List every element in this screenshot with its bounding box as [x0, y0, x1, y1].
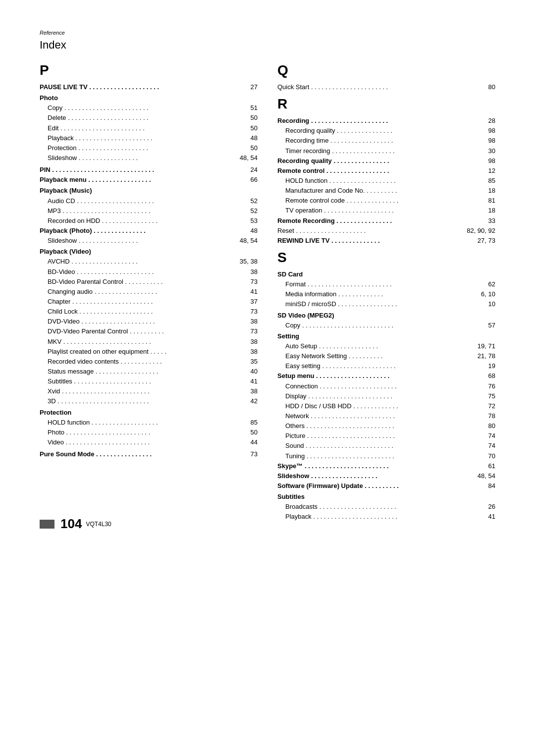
entry-sd-video-copy: Copy . . . . . . . . . . . . . . . . . .… [285, 321, 495, 330]
entry-protection-hold: HOLD function . . . . . . . . . . . . . … [48, 418, 258, 428]
entry-timer-recording: Timer recording . . . . . . . . . . . . … [285, 146, 495, 156]
entry-pause-live-tv: PAUSE LIVE TV . . . . . . . . . . . . . … [40, 82, 258, 92]
entry-recording-quality-bold: Recording quality . . . . . . . . . . . … [277, 156, 495, 166]
entry-chapter: Chapter . . . . . . . . . . . . . . . . … [48, 297, 258, 307]
entry-remote-recording: Remote Recording . . . . . . . . . . . .… [277, 216, 495, 226]
entry-pure-sound: Pure Sound Mode . . . . . . . . . . . . … [40, 449, 258, 459]
category-playback-music: Playback (Music) [40, 186, 258, 196]
entry-status-message: Status message . . . . . . . . . . . . .… [48, 367, 258, 377]
entry-protection-photo: Photo . . . . . . . . . . . . . . . . . … [48, 428, 258, 437]
entry-photo-playback: Playback . . . . . . . . . . . . . . . .… [48, 133, 258, 143]
entry-setup-menu: Setup menu . . . . . . . . . . . . . . .… [277, 371, 495, 381]
index-title: Index [40, 39, 495, 52]
category-photo: Photo [40, 93, 258, 103]
entry-playback-menu: Playback menu . . . . . . . . . . . . . … [40, 175, 258, 185]
entry-page: 27 [251, 82, 258, 92]
entry-picture: Picture . . . . . . . . . . . . . . . . … [285, 431, 495, 441]
entry-pin: PIN . . . . . . . . . . . . . . . . . . … [40, 165, 258, 175]
entry-media-information: Media information . . . . . . . . . . . … [285, 289, 495, 299]
remote-control-entries: HOLD function . . . . . . . . . . . . . … [277, 176, 495, 216]
playback-music-entries: Audio CD . . . . . . . . . . . . . . . .… [40, 196, 258, 226]
recording-entries: Recording quality . . . . . . . . . . . … [277, 126, 495, 156]
entry-playback-photo-slideshow: Slideshow . . . . . . . . . . . . . . . … [48, 236, 258, 246]
letter-s: S [277, 250, 495, 266]
entry-quick-start: Quick Start . . . . . . . . . . . . . . … [277, 82, 495, 92]
left-column: P PAUSE LIVE TV . . . . . . . . . . . . … [40, 60, 258, 522]
entry-playlist-other: Playlist created on other equipment . . … [48, 347, 258, 357]
category-playback-video: Playback (Video) [40, 247, 258, 257]
entry-photo-edit: Edit . . . . . . . . . . . . . . . . . .… [48, 123, 258, 133]
entry-hdd-disc-usb: HDD / Disc / USB HDD . . . . . . . . . .… [285, 401, 495, 411]
entry-xvid: Xvid . . . . . . . . . . . . . . . . . .… [48, 386, 258, 396]
entry-rc-hold: HOLD function . . . . . . . . . . . . . … [285, 176, 495, 186]
entry-label: PAUSE LIVE TV . . . . . . . . . . . . . … [40, 82, 159, 92]
entry-skype: Skype™ . . . . . . . . . . . . . . . . .… [277, 461, 495, 471]
setting-entries: Auto Setup . . . . . . . . . . . . . . .… [277, 341, 495, 371]
entry-subtitles: Subtitles . . . . . . . . . . . . . . . … [48, 377, 258, 386]
entry-bd-video-parental: BD-Video Parental Control . . . . . . . … [48, 277, 258, 287]
letter-q: Q [277, 62, 495, 78]
entry-mp3: MP3 . . . . . . . . . . . . . . . . . . … [48, 206, 258, 216]
entry-dvd-video: DVD-Video . . . . . . . . . . . . . . . … [48, 317, 258, 326]
entry-rc-tv-operation: TV operation . . . . . . . . . . . . . .… [285, 206, 495, 216]
entry-protection-video: Video . . . . . . . . . . . . . . . . . … [48, 437, 258, 447]
reference-label: Reference [40, 30, 495, 36]
entry-rc-code: Remote control code . . . . . . . . . . … [285, 196, 495, 206]
entry-avchd: AVCHD . . . . . . . . . . . . . . . . . … [48, 257, 258, 267]
category-sd-card: SD Card [277, 270, 495, 279]
playback-photo-entries: Slideshow . . . . . . . . . . . . . . . … [40, 236, 258, 246]
letter-p: P [40, 62, 258, 78]
entry-recorded-on-hdd: Recorded on HDD . . . . . . . . . . . . … [48, 216, 258, 226]
sd-video-entries: Copy . . . . . . . . . . . . . . . . . .… [277, 321, 495, 330]
entry-display: Display . . . . . . . . . . . . . . . . … [285, 391, 495, 401]
entry-photo-protection: Protection . . . . . . . . . . . . . . .… [48, 143, 258, 153]
entry-reset: Reset . . . . . . . . . . . . . . . . . … [277, 226, 495, 236]
entry-easy-network: Easy Network Setting . . . . . . . . . .… [285, 351, 495, 361]
entry-child-lock: Child Lock . . . . . . . . . . . . . . .… [48, 307, 258, 317]
category-subtitles: Subtitles [277, 492, 495, 502]
letter-r: R [277, 96, 495, 112]
entry-recording-quality: Recording quality . . . . . . . . . . . … [285, 126, 495, 136]
category-sd-video: SD Video (MPEG2) [277, 311, 495, 321]
entry-audio-cd: Audio CD . . . . . . . . . . . . . . . .… [48, 196, 258, 206]
entry-sd-format: Format . . . . . . . . . . . . . . . . .… [285, 279, 495, 289]
entry-rc-manufacturer: Manufacturer and Code No. . . . . . . . … [285, 186, 495, 196]
entry-network: Network . . . . . . . . . . . . . . . . … [285, 411, 495, 421]
entry-remote-control: Remote control . . . . . . . . . . . . .… [277, 166, 495, 176]
entry-slideshow: Slideshow . . . . . . . . . . . . . . . … [277, 471, 495, 481]
protection-entries: HOLD function . . . . . . . . . . . . . … [40, 418, 258, 447]
right-column: Q Quick Start . . . . . . . . . . . . . … [277, 60, 495, 522]
main-columns: P PAUSE LIVE TV . . . . . . . . . . . . … [40, 60, 495, 522]
entry-recorded-video: Recorded video contents . . . . . . . . … [48, 357, 258, 367]
entry-software-update: Software (Firmware) Update . . . . . . .… [277, 481, 495, 491]
entry-sound: Sound . . . . . . . . . . . . . . . . . … [285, 441, 495, 451]
page: Reference Index P PAUSE LIVE TV . . . . … [0, 0, 535, 551]
footer-box [40, 520, 54, 529]
footer-code: VQT4L30 [86, 521, 111, 528]
category-protection: Protection [40, 408, 258, 418]
entry-subtitles-broadcasts: Broadcasts . . . . . . . . . . . . . . .… [285, 502, 495, 512]
page-number: 104 [60, 516, 82, 532]
entry-auto-setup: Auto Setup . . . . . . . . . . . . . . .… [285, 341, 495, 351]
entry-photo-delete: Delete . . . . . . . . . . . . . . . . .… [48, 113, 258, 123]
entry-changing-audio: Changing audio . . . . . . . . . . . . .… [48, 287, 258, 297]
entry-recording-time: Recording time . . . . . . . . . . . . .… [285, 136, 495, 146]
entry-mkv: MKV . . . . . . . . . . . . . . . . . . … [48, 337, 258, 347]
footer: 104 VQT4L30 [40, 516, 495, 532]
setup-menu-entries: Connection . . . . . . . . . . . . . . .… [277, 381, 495, 461]
category-setting: Setting [277, 331, 495, 341]
entry-minisd-microsd: miniSD / microSD . . . . . . . . . . . .… [285, 299, 495, 309]
entry-easy-setting: Easy setting . . . . . . . . . . . . . .… [285, 361, 495, 371]
photo-entries: Copy . . . . . . . . . . . . . . . . . .… [40, 103, 258, 163]
entry-rewind-live-tv: REWIND LIVE TV . . . . . . . . . . . . .… [277, 236, 495, 246]
entry-bd-video: BD-Video . . . . . . . . . . . . . . . .… [48, 267, 258, 277]
entry-tuning: Tuning . . . . . . . . . . . . . . . . .… [285, 451, 495, 461]
entry-others: Others . . . . . . . . . . . . . . . . .… [285, 421, 495, 431]
entry-3d: 3D . . . . . . . . . . . . . . . . . . .… [48, 396, 258, 406]
entry-photo-copy: Copy . . . . . . . . . . . . . . . . . .… [48, 103, 258, 113]
entry-dvd-video-parental: DVD-Video Parental Control . . . . . . .… [48, 326, 258, 336]
entry-playback-photo: Playback (Photo) . . . . . . . . . . . .… [40, 226, 258, 236]
sd-card-entries: Format . . . . . . . . . . . . . . . . .… [277, 279, 495, 309]
entry-photo-slideshow: Slideshow . . . . . . . . . . . . . . . … [48, 153, 258, 163]
playback-video-entries: AVCHD . . . . . . . . . . . . . . . . . … [40, 257, 258, 406]
